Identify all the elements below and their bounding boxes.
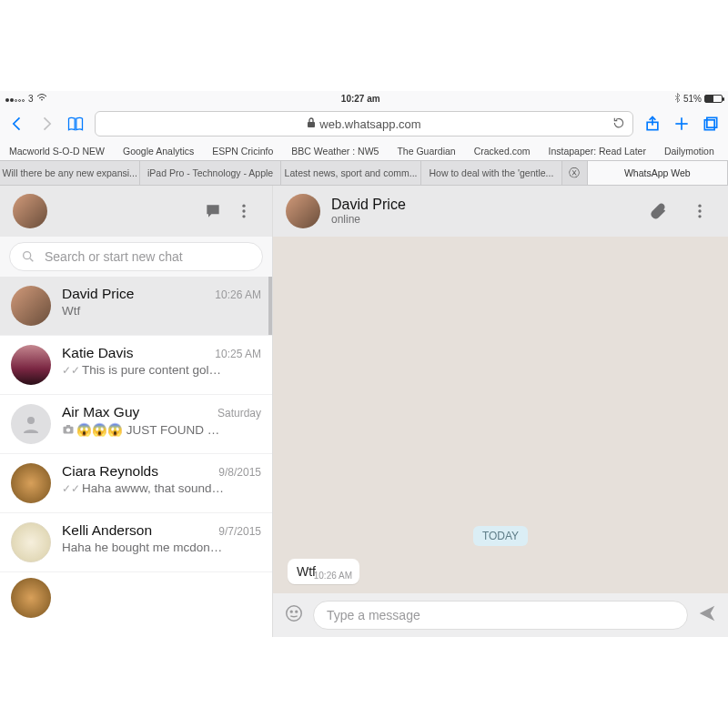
contact-name: Katie Davis — [62, 345, 133, 361]
safari-toolbar: web.whatsapp.com — [0, 106, 728, 142]
input-placeholder: Type a message — [327, 608, 420, 622]
chat-list-item[interactable] — [0, 578, 272, 596]
svg-point-14 — [27, 417, 35, 424]
fav-link[interactable]: Dailymotion — [664, 146, 714, 157]
conversation-avatar[interactable] — [286, 194, 320, 228]
date-chip: TODAY — [473, 526, 528, 546]
chat-list-item[interactable]: David Price10:26 AM Wtf — [0, 277, 272, 336]
message-bubble: Wtf 10:26 AM — [288, 559, 359, 584]
conversation-header: David Price online — [273, 186, 728, 237]
message-time: 10:26 AM — [314, 571, 352, 581]
battery-icon — [704, 95, 723, 103]
svg-point-21 — [287, 606, 302, 622]
tabs-overview-button[interactable] — [701, 114, 721, 134]
send-icon[interactable] — [697, 603, 717, 627]
reload-icon[interactable] — [612, 116, 625, 132]
preview-text: 😱😱😱 JUST FOUND … — [76, 422, 219, 437]
fav-link[interactable]: BBC Weather : NW5 — [291, 146, 379, 157]
svg-point-22 — [290, 611, 292, 612]
svg-rect-17 — [66, 425, 70, 427]
chat-list[interactable]: David Price10:26 AM Wtf Katie Davis10:25… — [0, 277, 272, 637]
message-input[interactable]: Type a message — [313, 601, 688, 630]
share-button[interactable] — [642, 114, 662, 134]
new-tab-button[interactable] — [672, 114, 692, 134]
svg-rect-7 — [210, 208, 217, 209]
close-tab-icon[interactable]: ⓧ — [562, 161, 588, 185]
svg-point-23 — [296, 611, 298, 612]
own-avatar[interactable] — [13, 194, 47, 228]
browser-tab[interactable]: How to deal with the 'gentle... — [421, 161, 561, 185]
message-input-bar: Type a message — [273, 593, 728, 637]
contact-avatar — [11, 404, 51, 444]
tab-strip: Will there be any new expansi... iPad Pr… — [0, 160, 728, 186]
bluetooth-icon — [674, 93, 681, 105]
conversation-menu-icon[interactable] — [684, 196, 715, 227]
fav-link[interactable]: Google Analytics — [123, 146, 194, 157]
ios-status-bar: 3 10:27 am 51% — [0, 91, 728, 106]
svg-point-19 — [698, 209, 701, 212]
svg-point-16 — [66, 428, 70, 431]
chat-list-item[interactable]: Air Max GuySaturday 😱😱😱 JUST FOUND … — [0, 395, 272, 454]
contact-avatar — [11, 578, 51, 618]
attach-icon[interactable] — [642, 196, 673, 227]
svg-point-11 — [242, 215, 245, 217]
browser-tab[interactable]: Will there be any new expansi... — [0, 161, 140, 185]
battery-pct: 51% — [683, 94, 702, 104]
emoji-icon[interactable] — [284, 603, 304, 627]
svg-rect-5 — [707, 117, 717, 127]
fav-link[interactable]: The Guardian — [397, 146, 455, 157]
chat-sidebar: Search or start new chat David Price10:2… — [0, 186, 273, 637]
sidebar-header — [0, 186, 272, 237]
fav-link[interactable]: Macworld S-O-D NEW — [9, 146, 105, 157]
favorites-bar: Macworld S-O-D NEW Google Analytics ESPN… — [0, 142, 728, 160]
svg-point-12 — [24, 252, 31, 259]
last-time: 9/7/2015 — [218, 525, 261, 538]
svg-line-13 — [30, 258, 33, 261]
bookmarks-button[interactable] — [66, 114, 86, 134]
read-ticks-icon: ✓✓ — [62, 364, 80, 377]
preview-text: This is pure content gol… — [82, 363, 221, 377]
new-chat-icon[interactable] — [197, 196, 228, 227]
chat-list-item[interactable]: Ciara Reynolds9/8/2015 ✓✓Haha awww, that… — [0, 454, 272, 513]
fav-link[interactable]: Cracked.com — [474, 146, 531, 157]
contact-avatar — [11, 522, 51, 562]
url-host: web.whatsapp.com — [319, 117, 420, 131]
contact-name: Air Max Guy — [62, 404, 139, 420]
chat-list-item[interactable]: Kelli Anderson9/7/2015 Haha he bought me… — [0, 513, 272, 572]
last-time: 10:26 AM — [215, 288, 261, 301]
search-placeholder: Search or start new chat — [45, 249, 183, 264]
svg-point-10 — [242, 209, 245, 212]
contact-avatar — [11, 286, 51, 326]
signal-dots — [5, 94, 25, 104]
conversation-pane: David Price online TODAY Wtf 10:26 AM Ty… — [273, 186, 728, 637]
contact-avatar — [11, 463, 51, 503]
browser-tab[interactable]: Latest news, sport and comm... — [281, 161, 421, 185]
message-area[interactable]: TODAY Wtf 10:26 AM — [273, 237, 728, 593]
svg-rect-8 — [210, 210, 214, 211]
forward-button[interactable] — [36, 114, 56, 134]
contact-name: David Price — [62, 286, 134, 302]
fav-link[interactable]: ESPN Cricinfo — [212, 146, 273, 157]
search-input[interactable]: Search or start new chat — [9, 242, 263, 271]
last-time: 9/8/2015 — [218, 466, 261, 479]
menu-icon[interactable] — [228, 196, 259, 227]
conversation-status: online — [331, 213, 406, 226]
back-button[interactable] — [7, 114, 27, 134]
browser-tab[interactable]: iPad Pro - Technology - Apple — [140, 161, 280, 185]
preview-text: Haha he bought me mcdon… — [62, 541, 261, 554]
search-icon — [21, 249, 35, 264]
svg-point-18 — [698, 205, 701, 207]
url-bar[interactable]: web.whatsapp.com — [95, 111, 633, 136]
read-ticks-icon: ✓✓ — [62, 482, 80, 495]
preview-text: Haha awww, that sound… — [82, 481, 224, 495]
svg-rect-0 — [308, 122, 315, 127]
contact-avatar — [11, 345, 51, 385]
camera-icon — [62, 423, 75, 437]
last-time: Saturday — [217, 407, 261, 420]
svg-rect-6 — [704, 120, 714, 130]
contact-name: Ciara Reynolds — [62, 463, 158, 480]
chat-list-item[interactable]: Katie Davis10:25 AM ✓✓This is pure conte… — [0, 336, 272, 395]
lock-icon — [307, 117, 316, 130]
browser-tab-active[interactable]: WhatsApp Web — [588, 161, 728, 185]
fav-link[interactable]: Instapaper: Read Later — [549, 146, 646, 157]
